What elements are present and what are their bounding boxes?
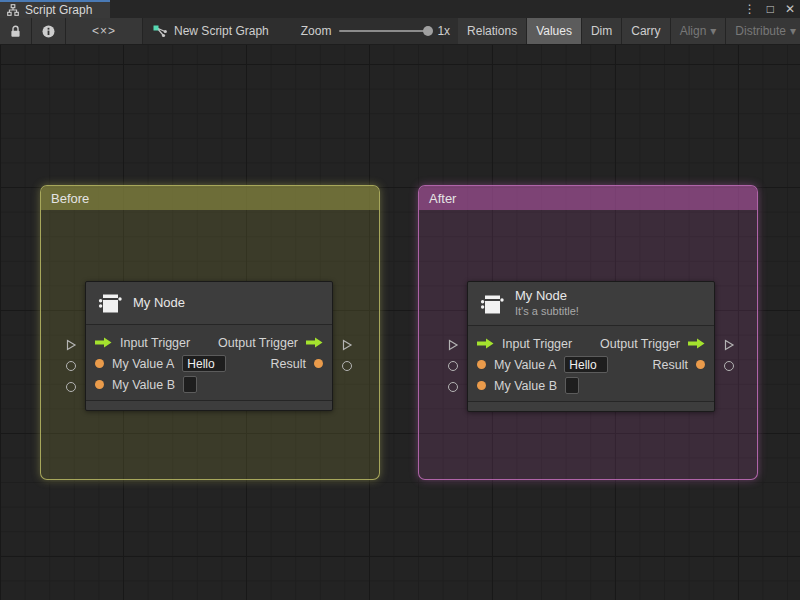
result-port[interactable]: Result bbox=[271, 357, 323, 371]
graph-toolbar: <×> New Script Graph Zoom 1x Relations V… bbox=[0, 18, 800, 45]
value-port-dot bbox=[314, 359, 323, 368]
input-trigger-label: Input Trigger bbox=[120, 336, 190, 350]
ext-result-port[interactable] bbox=[342, 361, 352, 371]
distribute-label: Distribute bbox=[735, 24, 786, 38]
value-port-dot bbox=[477, 360, 486, 369]
value-b-input[interactable] bbox=[565, 377, 579, 394]
value-port-dot bbox=[696, 360, 705, 369]
trigger-arrow-icon bbox=[688, 338, 705, 349]
node-after-footer bbox=[468, 401, 714, 411]
relations-button[interactable]: Relations bbox=[458, 18, 527, 44]
port-row-value-b: My Value B bbox=[468, 375, 714, 396]
node-before-footer bbox=[86, 400, 332, 410]
ext-result-port[interactable] bbox=[724, 361, 734, 371]
port-row-trigger: Input Trigger Output Trigger bbox=[86, 332, 332, 353]
node-title: My Node bbox=[133, 295, 185, 311]
trigger-arrow-icon bbox=[306, 337, 323, 348]
node-after[interactable]: My Node It's a subtitle! Input Trigger O… bbox=[467, 281, 715, 412]
carry-button[interactable]: Carry bbox=[622, 18, 670, 44]
ext-value-b-port[interactable] bbox=[448, 382, 458, 392]
align-label: Align bbox=[680, 24, 707, 38]
port-row-trigger: Input Trigger Output Trigger bbox=[468, 333, 714, 354]
value-a-port[interactable]: My Value A bbox=[95, 355, 226, 372]
ext-output-trigger-port[interactable] bbox=[341, 339, 353, 351]
value-a-label: My Value A bbox=[494, 358, 556, 372]
port-row-value-a: My Value A Result bbox=[86, 353, 332, 374]
node-after-header[interactable]: My Node It's a subtitle! bbox=[468, 282, 714, 326]
close-icon[interactable]: ✕ bbox=[785, 3, 795, 15]
script-graph-asset-icon bbox=[153, 25, 167, 38]
zoom-slider[interactable] bbox=[339, 30, 429, 32]
output-trigger-label: Output Trigger bbox=[218, 336, 298, 350]
window-controls: ⋮ □ ✕ bbox=[744, 0, 795, 18]
input-trigger-port[interactable]: Input Trigger bbox=[95, 336, 190, 350]
group-before-header[interactable]: Before bbox=[41, 186, 379, 210]
value-port-dot bbox=[95, 359, 104, 368]
zoom-control: Zoom 1x bbox=[293, 18, 458, 44]
value-a-label: My Value A bbox=[112, 357, 174, 371]
lock-button[interactable] bbox=[0, 18, 32, 44]
input-trigger-port[interactable]: Input Trigger bbox=[477, 337, 572, 351]
output-trigger-port[interactable]: Output Trigger bbox=[600, 337, 705, 351]
info-icon bbox=[42, 25, 55, 38]
result-port[interactable]: Result bbox=[653, 358, 705, 372]
zoom-slider-handle[interactable] bbox=[423, 26, 433, 36]
graph-canvas[interactable]: Before After My Node bbox=[0, 45, 800, 600]
trigger-arrow-icon bbox=[95, 337, 112, 348]
zoom-value: 1x bbox=[437, 24, 450, 38]
ext-input-trigger-port[interactable] bbox=[65, 339, 77, 351]
value-port-dot bbox=[95, 380, 104, 389]
value-b-port[interactable]: My Value B bbox=[477, 377, 579, 394]
result-label: Result bbox=[271, 357, 306, 371]
dim-button[interactable]: Dim bbox=[582, 18, 622, 44]
node-subtitle: It's a subtitle! bbox=[515, 305, 579, 319]
align-dropdown[interactable]: Align ▾ bbox=[671, 18, 727, 44]
graph-name-label: New Script Graph bbox=[174, 24, 269, 38]
graph-hierarchy-icon bbox=[7, 4, 19, 16]
value-b-label: My Value B bbox=[494, 379, 557, 393]
ext-value-a-port[interactable] bbox=[66, 361, 76, 371]
port-row-value-a: My Value A Result bbox=[468, 354, 714, 375]
value-b-port[interactable]: My Value B bbox=[95, 376, 197, 393]
code-view-button[interactable]: <×> bbox=[66, 18, 143, 44]
title-bar: Script Graph ⋮ □ ✕ bbox=[0, 0, 800, 18]
tab-script-graph[interactable]: Script Graph bbox=[0, 0, 110, 18]
trigger-arrow-icon bbox=[477, 338, 494, 349]
value-a-input[interactable] bbox=[182, 355, 226, 372]
tab-title: Script Graph bbox=[25, 3, 92, 17]
value-b-input[interactable] bbox=[183, 376, 197, 393]
output-trigger-port[interactable]: Output Trigger bbox=[218, 336, 323, 350]
info-button[interactable] bbox=[32, 18, 66, 44]
unit-node-icon bbox=[97, 290, 123, 316]
group-before-title: Before bbox=[51, 191, 89, 206]
input-trigger-label: Input Trigger bbox=[502, 337, 572, 351]
ext-value-a-port[interactable] bbox=[448, 361, 458, 371]
port-row-value-b: My Value B bbox=[86, 374, 332, 395]
ext-value-b-port[interactable] bbox=[66, 382, 76, 392]
ext-input-trigger-port[interactable] bbox=[447, 339, 459, 351]
value-b-label: My Value B bbox=[112, 378, 175, 392]
lock-icon bbox=[10, 25, 21, 38]
unit-node-icon bbox=[479, 291, 505, 317]
chevron-down-icon: ▾ bbox=[710, 24, 716, 38]
node-title: My Node bbox=[515, 288, 579, 304]
chevron-down-icon: ▾ bbox=[790, 24, 796, 38]
node-before-ports: Input Trigger Output Trigger My Value A … bbox=[86, 325, 332, 400]
value-a-input[interactable] bbox=[564, 356, 608, 373]
graph-breadcrumb[interactable]: New Script Graph bbox=[143, 18, 279, 44]
node-after-ports: Input Trigger Output Trigger My Value A … bbox=[468, 326, 714, 401]
distribute-dropdown[interactable]: Distribute ▾ bbox=[726, 18, 800, 44]
window-menu-icon[interactable]: ⋮ bbox=[744, 3, 756, 15]
group-after-header[interactable]: After bbox=[419, 186, 757, 210]
output-trigger-label: Output Trigger bbox=[600, 337, 680, 351]
ext-output-trigger-port[interactable] bbox=[723, 339, 735, 351]
maximize-icon[interactable]: □ bbox=[767, 3, 774, 15]
zoom-label: Zoom bbox=[301, 24, 332, 38]
code-view-icon: <×> bbox=[92, 24, 116, 38]
node-before[interactable]: My Node Input Trigger Output Trigger bbox=[85, 281, 333, 411]
value-a-port[interactable]: My Value A bbox=[477, 356, 608, 373]
result-label: Result bbox=[653, 358, 688, 372]
value-port-dot bbox=[477, 381, 486, 390]
node-before-header[interactable]: My Node bbox=[86, 282, 332, 325]
values-button[interactable]: Values bbox=[527, 18, 582, 44]
